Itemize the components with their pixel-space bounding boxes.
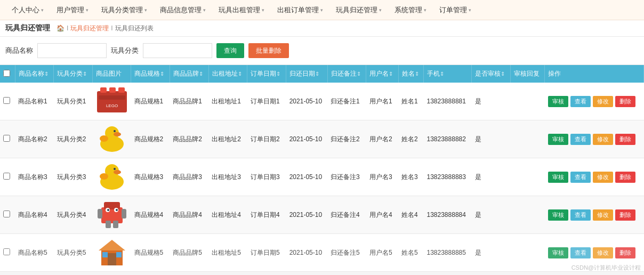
- delete-button[interactable]: 删除: [615, 247, 635, 258]
- audit-button[interactable]: 审核: [548, 247, 568, 258]
- row-remark: 归还备注5: [327, 234, 366, 272]
- nav-user[interactable]: 用户管理 ▾: [50, 0, 95, 20]
- header-checkbox-col: [0, 65, 15, 83]
- audit-button[interactable]: 审核: [548, 96, 568, 107]
- header-brand: 商品品牌⇕: [170, 65, 208, 83]
- row-return-date: 2021-05-10: [286, 120, 327, 158]
- view-button[interactable]: 查看: [570, 209, 591, 221]
- row-remark: 归还备注3: [327, 158, 366, 196]
- table-row: 商品名称1 玩具分类1 LEGO 商品规格1 商品品牌1 出租地址1 订单日期1…: [0, 83, 644, 120]
- header-username: 用户名⇕: [366, 65, 398, 83]
- nav-rental[interactable]: 玩具出租管理 ▾: [212, 0, 271, 20]
- svg-rect-4: [99, 95, 125, 100]
- edit-button[interactable]: 修改: [593, 96, 613, 107]
- edit-button[interactable]: 修改: [593, 247, 613, 258]
- row-fullname: 姓名3: [398, 158, 423, 196]
- delete-button[interactable]: 删除: [615, 96, 635, 107]
- row-checkbox[interactable]: [3, 135, 10, 142]
- row-order-date: 订单日期3: [247, 158, 286, 196]
- row-checkbox-cell: [0, 120, 15, 158]
- breadcrumb-link1[interactable]: 玩具归还管理: [70, 24, 109, 33]
- svg-rect-0: [97, 91, 127, 112]
- row-image: LEGO: [93, 83, 131, 120]
- search-button[interactable]: 查询: [216, 43, 244, 58]
- svg-rect-16: [101, 207, 123, 223]
- header-image: 商品图片: [93, 65, 131, 83]
- edit-button[interactable]: 修改: [593, 134, 613, 145]
- edit-button[interactable]: 修改: [593, 209, 613, 221]
- row-actions: 审核 查看 修改 删除: [545, 234, 644, 272]
- row-phone: 13823888883: [423, 158, 471, 196]
- audit-button[interactable]: 审核: [548, 209, 568, 221]
- svg-rect-2: [109, 87, 116, 93]
- nav-product[interactable]: 商品信息管理 ▾: [154, 0, 212, 20]
- search-bar: 商品名称 玩具分类 查询 批量删除: [0, 37, 644, 65]
- svg-text:LEGO: LEGO: [106, 103, 117, 108]
- row-checkbox[interactable]: [3, 211, 10, 217]
- search-input-name[interactable]: [37, 43, 107, 58]
- chevron-down-icon: ▾: [469, 7, 471, 13]
- svg-point-10: [100, 135, 108, 142]
- delete-button[interactable]: 删除: [615, 172, 635, 183]
- row-username: 用户名1: [366, 83, 398, 120]
- row-brand: 商品品牌4: [170, 196, 208, 234]
- data-table-wrap: 商品名称⇕ 玩具分类⇕ 商品图片 商品规格⇕ 商品品牌⇕ 出租地址⇕ 订单日期⇕…: [0, 65, 644, 272]
- delete-button[interactable]: 删除: [615, 134, 635, 145]
- nav-personal[interactable]: 个人中心 ▾: [5, 0, 50, 20]
- row-category: 玩具分类3: [54, 158, 93, 196]
- breadcrumb-current: 玩具归还列表: [115, 24, 154, 33]
- audit-button[interactable]: 审核: [548, 134, 568, 145]
- chevron-down-icon: ▾: [424, 7, 426, 13]
- nav-order2[interactable]: 订单管理 ▾: [433, 0, 478, 20]
- row-fullname: 姓名1: [398, 83, 423, 120]
- row-audit-reply: [510, 83, 544, 120]
- nav-return[interactable]: 玩具归还管理 ▾: [329, 0, 388, 20]
- top-navigation: 个人中心 ▾ 用户管理 ▾ 玩具分类管理 ▾ 商品信息管理 ▾ 玩具出租管理 ▾…: [0, 0, 644, 20]
- view-button[interactable]: 查看: [570, 172, 591, 183]
- view-button[interactable]: 查看: [570, 96, 591, 107]
- breadcrumb: 玩具归还管理 🏠 I 玩具归还管理 I 玩具归还列表: [0, 20, 644, 37]
- view-button[interactable]: 查看: [570, 247, 591, 258]
- row-remark: 归还备注2: [327, 120, 366, 158]
- row-phone: 13823888881: [423, 83, 471, 120]
- select-all-checkbox[interactable]: [3, 70, 10, 77]
- audit-button[interactable]: 审核: [548, 172, 568, 183]
- edit-button[interactable]: 修改: [593, 172, 613, 183]
- batch-delete-button[interactable]: 批量删除: [248, 43, 289, 58]
- search-label-name: 商品名称: [5, 46, 33, 55]
- chevron-down-icon: ▾: [379, 7, 382, 13]
- header-action: 操作: [545, 65, 644, 83]
- row-phone: 13823888882: [423, 120, 471, 158]
- table-row: 商品名称2 玩具分类2 商品规格2 商品品牌2 出租地址2 订单日期2 2021…: [0, 120, 644, 158]
- nav-category[interactable]: 玩具分类管理 ▾: [95, 0, 154, 20]
- row-checkbox[interactable]: [3, 97, 10, 104]
- chevron-down-icon: ▾: [41, 7, 44, 13]
- row-audited: 是: [472, 158, 511, 196]
- row-address: 出租地址1: [208, 83, 247, 120]
- svg-rect-28: [108, 253, 116, 265]
- row-category: 玩具分类1: [54, 83, 93, 120]
- header-address: 出租地址⇕: [208, 65, 247, 83]
- table-row: 商品名称5 玩具分类5 商品规格5 商品品牌5 出租地址5 订单日期5 2021…: [0, 234, 644, 272]
- nav-system[interactable]: 系统管理 ▾: [388, 0, 433, 20]
- row-checkbox[interactable]: [3, 173, 10, 180]
- header-category: 玩具分类⇕: [54, 65, 93, 83]
- table-row: 商品名称4 玩具分类4 商品规格4 商品品牌4 出租地址4 订单日期4 2021…: [0, 196, 644, 234]
- svg-point-25: [116, 209, 118, 211]
- nav-order[interactable]: 出租订单管理 ▾: [271, 0, 329, 20]
- row-name: 商品名称3: [15, 158, 54, 196]
- row-checkbox[interactable]: [3, 248, 10, 255]
- row-name: 商品名称5: [15, 234, 54, 272]
- search-input-category[interactable]: [143, 43, 212, 58]
- row-name: 商品名称1: [15, 83, 54, 120]
- row-category: 玩具分类4: [54, 196, 93, 234]
- header-fullname: 姓名⇕: [398, 65, 423, 83]
- row-spec: 商品规格1: [131, 83, 170, 120]
- row-spec: 商品规格5: [131, 234, 170, 272]
- row-brand: 商品品牌3: [170, 158, 208, 196]
- row-spec: 商品规格3: [131, 158, 170, 196]
- delete-button[interactable]: 删除: [615, 209, 635, 221]
- chevron-down-icon: ▾: [203, 7, 206, 13]
- row-address: 出租地址3: [208, 158, 247, 196]
- view-button[interactable]: 查看: [570, 134, 591, 145]
